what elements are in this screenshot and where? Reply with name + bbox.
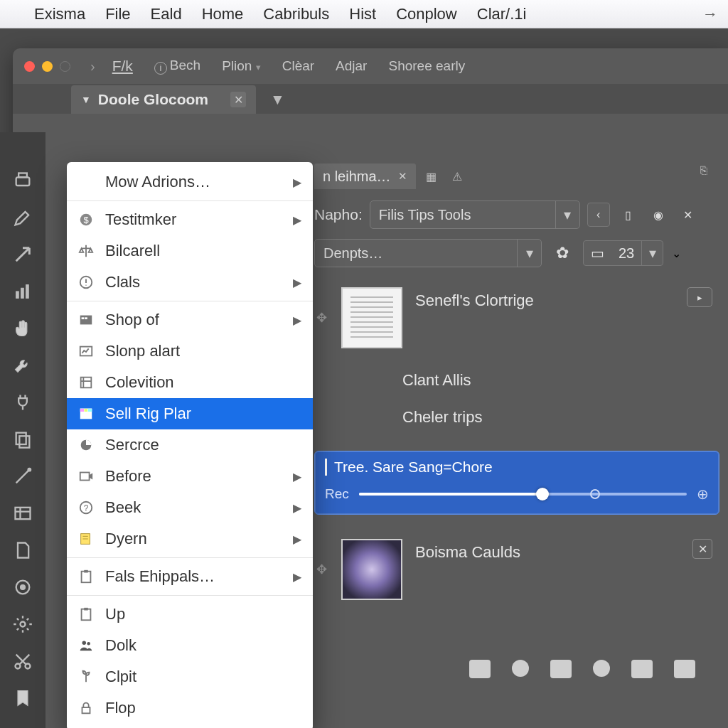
tool-record-icon[interactable] [11, 577, 35, 597]
tool-gear-icon[interactable] [11, 614, 35, 634]
menu-conplow[interactable]: Conplow [396, 5, 457, 23]
menu-item-slonp-alart[interactable]: Slonp alart [67, 336, 313, 367]
tool-printer-icon[interactable] [11, 171, 35, 191]
titlebar-clear[interactable]: Clèar [278, 57, 318, 75]
tool-brush-icon[interactable] [11, 208, 35, 228]
zoom-window-icon[interactable] [60, 61, 70, 72]
tab-close-icon[interactable]: ✕ [230, 92, 246, 107]
menu-clar[interactable]: Clar/.1i [477, 5, 527, 23]
tool-wrench-icon[interactable] [11, 355, 35, 375]
tool-copy-icon[interactable] [11, 429, 35, 449]
menu-item-dolk[interactable]: Dolk [67, 630, 313, 661]
menu-file[interactable]: File [105, 5, 130, 23]
footer-icon-6[interactable] [674, 660, 695, 678]
footer-icon-1[interactable] [469, 660, 491, 678]
tool-page-icon[interactable] [11, 540, 35, 560]
menu-app[interactable]: Exisma [34, 5, 85, 23]
nav-forward-icon[interactable]: › [90, 58, 95, 75]
titlebar-plion[interactable]: Plion ▾ [218, 57, 265, 75]
list-item[interactable]: Cheler trips [314, 408, 719, 435]
tool-cut-icon[interactable] [11, 651, 35, 671]
menu-item-sercrce[interactable]: Sercrce [67, 429, 313, 461]
scale-icon [77, 242, 95, 260]
tool-hand-icon[interactable] [11, 318, 35, 338]
menu-item-before[interactable]: Before▶ [67, 461, 313, 492]
menu-item-flop[interactable]: Flop [67, 692, 313, 724]
slider-knob-icon[interactable] [536, 488, 549, 500]
people-icon [77, 636, 95, 655]
pie-icon [77, 436, 95, 454]
panel-warning-icon[interactable]: ⚠ [447, 166, 467, 186]
list-item[interactable]: ✥ Senefl's Clortrige ▸ [314, 283, 719, 353]
menu-item-colevition[interactable]: Colevition [67, 367, 313, 398]
slider-end-icon[interactable]: ⊕ [697, 486, 709, 503]
menu-hist[interactable]: Hist [349, 5, 376, 23]
dents-select[interactable]: Denpts… ▾ [314, 239, 542, 267]
close-window-icon[interactable] [24, 61, 35, 72]
tool-bookmark-icon[interactable] [11, 688, 35, 708]
menu-cabribuls[interactable]: Cabribuls [263, 5, 329, 23]
titlebar-path[interactable]: F/k [108, 56, 137, 76]
napho-select[interactable]: Filis Tips Tools ▾ [370, 200, 580, 229]
menu-eald[interactable]: Eald [151, 5, 182, 23]
tab-doole-glocoom[interactable]: ▼ Doole Glocoom ✕ [71, 85, 256, 114]
more-dropdown-icon[interactable]: ⌄ [672, 247, 681, 260]
tool-table-icon[interactable] [11, 503, 35, 523]
menu-item-clals[interactable]: Clals▶ [67, 267, 313, 298]
slider-track[interactable] [359, 493, 687, 496]
titlebar-bech[interactable]: iBech [150, 56, 205, 76]
drag-handle-icon[interactable]: ✥ [314, 562, 328, 577]
nav-prev-button[interactable]: ‹ [587, 203, 610, 227]
menu-item-fals-ehippals[interactable]: Fals Ehippals…▶ [67, 561, 313, 592]
footer-icon-2[interactable] [512, 660, 529, 677]
item-title: Boisma Caulds [415, 539, 680, 562]
number-stepper[interactable]: ▭ 23 ▾ [583, 240, 663, 266]
menu-item-clpit[interactable]: Clpit [67, 661, 313, 692]
text-cursor-icon [325, 459, 327, 476]
list-item[interactable]: Clant Allis [314, 363, 719, 398]
svg-rect-35 [84, 608, 88, 611]
panel-target-icon[interactable]: ◉ [647, 203, 670, 227]
menu-item-testimker[interactable]: $Testitmker▶ [67, 204, 313, 235]
play-button[interactable]: ▸ [687, 287, 712, 307]
panel-close-icon[interactable]: ✕ [677, 203, 700, 227]
minimize-window-icon[interactable] [42, 61, 53, 72]
tab-new-dropdown[interactable]: ▼ [260, 85, 295, 114]
titlebar-adjar[interactable]: Adjar [331, 57, 371, 75]
selected-item[interactable]: Tree. Sare Sang=Chore Rec ⊕ [314, 451, 719, 515]
dollar-icon: $ [77, 210, 95, 229]
menu-item-bilcarell[interactable]: Bilcarell [67, 235, 313, 267]
menubar-overflow-icon[interactable]: → [702, 5, 718, 23]
list-item[interactable]: ✥ Boisma Caulds ✕ [314, 535, 719, 604]
menu-item-sell-rig-plar[interactable]: Sell Rig Plar [67, 398, 313, 429]
stepper-down-icon[interactable]: ▾ [641, 241, 663, 265]
panel-collapse-icon[interactable]: ⎘ [694, 161, 714, 181]
menu-item-up[interactable]: Up [67, 599, 313, 630]
chevron-down-icon[interactable]: ▾ [555, 201, 579, 228]
tool-arrow-icon[interactable] [11, 245, 35, 264]
tab-disclosure-icon[interactable]: ▼ [81, 94, 91, 105]
panel-tab-leihma[interactable]: n leihma…✕ [314, 164, 416, 189]
footer-icon-3[interactable] [550, 660, 572, 678]
tool-chart-icon[interactable] [11, 282, 35, 301]
menu-item-shop-of[interactable]: Shop of▶ [67, 304, 313, 336]
bug-icon[interactable]: ✿ [550, 241, 574, 265]
tool-screen-icon[interactable] [11, 725, 35, 728]
menu-item-beek[interactable]: ?Beek▶ [67, 492, 313, 523]
menu-item-mow-adrions[interactable]: Mow Adrions…▶ [67, 166, 313, 198]
tool-line-icon[interactable] [11, 466, 35, 486]
tool-plug-icon[interactable] [11, 392, 35, 412]
menu-item-dyern[interactable]: Dyern▶ [67, 523, 313, 555]
svg-point-7 [28, 468, 31, 471]
remove-item-button[interactable]: ✕ [692, 539, 712, 559]
panel-grid-icon[interactable]: ▦ [422, 166, 441, 186]
drag-handle-icon[interactable]: ✥ [314, 310, 328, 326]
panel-tab-close-icon[interactable]: ✕ [398, 170, 407, 183]
menu-home[interactable]: Home [202, 5, 244, 23]
footer-icon-4[interactable] [593, 660, 610, 677]
chevron-down-icon[interactable]: ▾ [517, 240, 541, 267]
svg-rect-22 [81, 378, 92, 388]
panel-layout-icon[interactable]: ▯ [617, 203, 640, 227]
footer-icon-5[interactable] [631, 660, 653, 678]
titlebar-shore[interactable]: Shoree early [384, 57, 469, 75]
